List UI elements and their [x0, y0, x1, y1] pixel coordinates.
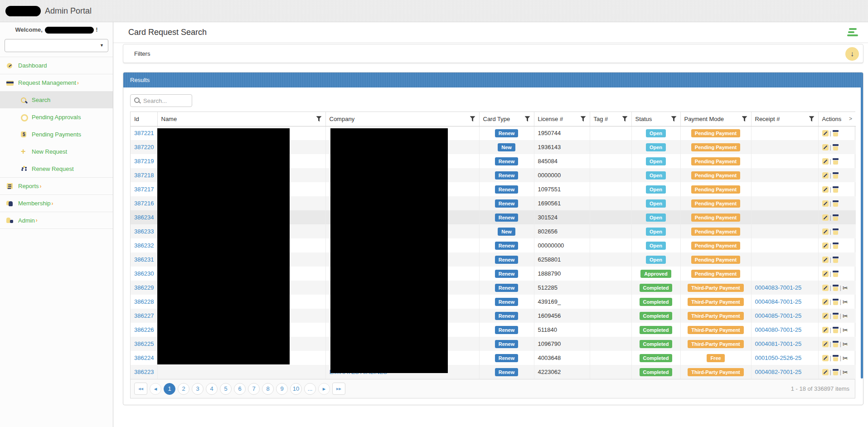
edit-pencil-icon[interactable]	[822, 327, 829, 333]
filter-funnel-icon[interactable]	[809, 116, 815, 121]
scroll-right-icon[interactable]: >	[849, 116, 852, 122]
scissors-icon[interactable]: ✂	[843, 369, 848, 375]
sidebar-item-renew-request[interactable]: Renew Request	[0, 160, 113, 177]
sidebar-item-pending-approvals[interactable]: Pending Approvals	[0, 108, 113, 126]
edit-pencil-icon[interactable]	[822, 172, 829, 179]
vertical-scrollbar[interactable]	[861, 87, 863, 378]
sidebar-item-request-management[interactable]: Request Management›	[0, 74, 113, 91]
id-link[interactable]: 387216	[134, 200, 154, 207]
sidebar-item-membership[interactable]: Membership›	[0, 194, 113, 212]
edit-pencil-icon[interactable]	[822, 243, 829, 249]
filter-funnel-icon[interactable]	[742, 116, 747, 121]
pager-page-3[interactable]: 3	[192, 383, 204, 395]
delete-trash-icon[interactable]	[833, 130, 839, 136]
delete-trash-icon[interactable]	[833, 172, 839, 179]
filter-funnel-icon[interactable]	[470, 116, 475, 121]
receipt-link[interactable]: 0004083-7001-25	[755, 284, 802, 291]
pager-page-10[interactable]: 10	[290, 383, 302, 395]
delete-trash-icon[interactable]	[833, 284, 839, 291]
pager-page-7[interactable]: 7	[248, 383, 260, 395]
receipt-link[interactable]: 0004084-7001-25	[755, 298, 802, 305]
pager-page-8[interactable]: 8	[262, 383, 274, 395]
scissors-icon[interactable]: ✂	[843, 341, 848, 347]
edit-pencil-icon[interactable]	[822, 186, 829, 193]
delete-trash-icon[interactable]	[833, 200, 839, 207]
edit-pencil-icon[interactable]	[822, 214, 829, 221]
delete-trash-icon[interactable]	[833, 144, 839, 150]
pager-page-2[interactable]: 2	[178, 383, 189, 395]
delete-trash-icon[interactable]	[833, 186, 839, 193]
id-link[interactable]: 386228	[134, 298, 154, 305]
edit-pencil-icon[interactable]	[822, 158, 829, 165]
delete-trash-icon[interactable]	[833, 242, 839, 249]
scissors-icon[interactable]: ✂	[843, 285, 848, 291]
scissors-icon[interactable]: ✂	[843, 313, 848, 319]
pager-more-button[interactable]: ...	[304, 383, 316, 395]
sidebar-item-reports[interactable]: Reports›	[0, 177, 113, 194]
edit-pencil-icon[interactable]	[822, 271, 829, 277]
sidebar-item-admin[interactable]: Admin›	[0, 212, 113, 229]
edit-pencil-icon[interactable]	[822, 200, 829, 207]
delete-trash-icon[interactable]	[833, 228, 839, 235]
scissors-icon[interactable]: ✂	[843, 299, 848, 305]
pager-page-1[interactable]: 1	[164, 383, 175, 395]
delete-trash-icon[interactable]	[833, 298, 839, 305]
id-link[interactable]: 386223	[134, 369, 154, 375]
scissors-icon[interactable]: ✂	[843, 355, 848, 361]
id-link[interactable]: 386233	[134, 228, 154, 235]
pager-page-9[interactable]: 9	[276, 383, 288, 395]
id-link[interactable]: 387221	[134, 130, 154, 136]
sidebar-item-search[interactable]: Search	[0, 91, 113, 108]
pager-page-4[interactable]: 4	[206, 383, 218, 395]
delete-trash-icon[interactable]	[833, 214, 839, 221]
id-link[interactable]: 386229	[134, 284, 154, 291]
edit-pencil-icon[interactable]	[822, 369, 829, 375]
edit-pencil-icon[interactable]	[822, 313, 829, 319]
pager-page-6[interactable]: 6	[234, 383, 246, 395]
scissors-icon[interactable]: ✂	[843, 327, 848, 333]
receipt-link[interactable]: 0004080-7001-25	[755, 326, 802, 333]
edit-pencil-icon[interactable]	[822, 355, 829, 361]
search-input[interactable]	[143, 95, 190, 107]
id-link[interactable]: 387219	[134, 158, 154, 165]
delete-trash-icon[interactable]	[833, 369, 839, 375]
skip-to-first-icon[interactable]: ◂◂	[134, 383, 147, 395]
id-link[interactable]: 386227	[134, 312, 154, 319]
delete-trash-icon[interactable]	[833, 312, 839, 319]
receipt-link[interactable]: 0004081-7001-25	[755, 340, 802, 347]
previous-page-icon[interactable]: ◂	[150, 383, 161, 395]
filter-funnel-icon[interactable]	[525, 116, 530, 121]
filters-expand-button[interactable]: ↓	[845, 47, 859, 61]
id-link[interactable]: 386232	[134, 242, 154, 249]
receipt-link[interactable]: 0004082-7001-25	[755, 369, 802, 375]
edit-pencil-icon[interactable]	[822, 130, 829, 136]
user-select-dropdown[interactable]: ▼	[5, 39, 108, 52]
next-page-icon[interactable]: ▸	[318, 383, 330, 395]
pager-page-5[interactable]: 5	[220, 383, 232, 395]
delete-trash-icon[interactable]	[833, 340, 839, 347]
id-link[interactable]: 386231	[134, 256, 154, 263]
sidebar-item-pending-payments[interactable]: Pending Payments	[0, 126, 113, 143]
edit-pencil-icon[interactable]	[822, 299, 829, 305]
id-link[interactable]: 387217	[134, 186, 154, 193]
id-link[interactable]: 387220	[134, 144, 154, 150]
filter-funnel-icon[interactable]	[581, 116, 586, 121]
id-link[interactable]: 387218	[134, 172, 154, 179]
edit-pencil-icon[interactable]	[822, 144, 829, 150]
edit-pencil-icon[interactable]	[822, 228, 829, 235]
delete-trash-icon[interactable]	[833, 256, 839, 263]
skip-to-last-icon[interactable]: ▸▸	[332, 383, 345, 395]
receipt-link[interactable]: 0004085-7001-25	[755, 312, 802, 319]
edit-pencil-icon[interactable]	[822, 285, 829, 291]
filter-funnel-icon[interactable]	[622, 116, 628, 121]
delete-trash-icon[interactable]	[833, 270, 839, 277]
edit-pencil-icon[interactable]	[822, 341, 829, 347]
sidebar-item-dashboard[interactable]: Dashboard	[0, 57, 113, 74]
justify-menu-icon[interactable]	[847, 28, 858, 37]
receipt-link[interactable]: 0001050-2526-25	[755, 354, 802, 361]
sidebar-item-new-request[interactable]: New Request	[0, 143, 113, 160]
filter-funnel-icon[interactable]	[671, 116, 677, 121]
edit-pencil-icon[interactable]	[822, 257, 829, 263]
id-link[interactable]: 386230	[134, 270, 154, 277]
delete-trash-icon[interactable]	[833, 158, 839, 165]
